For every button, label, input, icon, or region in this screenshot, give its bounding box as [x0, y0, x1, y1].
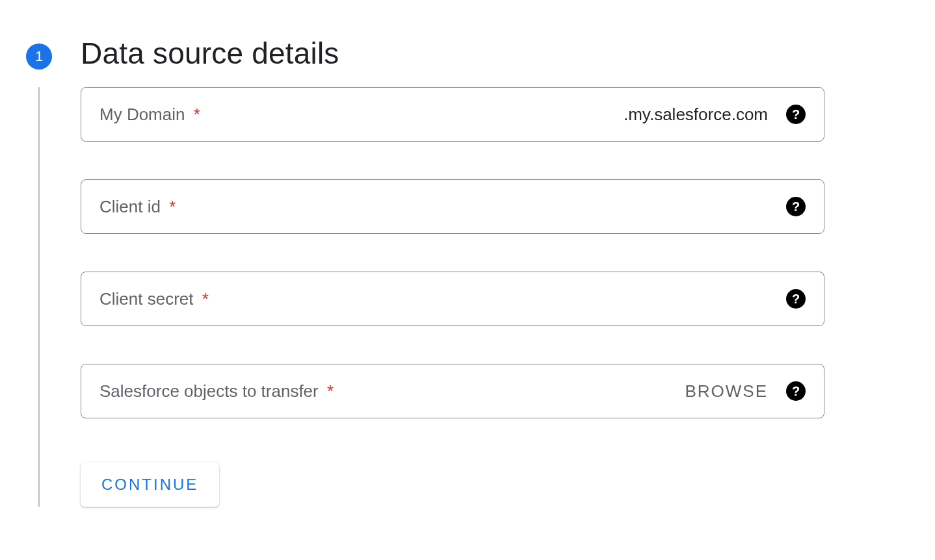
- objects-label: Salesforce objects to transfer *: [99, 381, 334, 401]
- my-domain-field[interactable]: My Domain * .my.salesforce.com ?: [81, 87, 824, 142]
- required-asterisk: *: [327, 381, 334, 401]
- objects-field[interactable]: Salesforce objects to transfer * BROWSE …: [81, 364, 824, 418]
- help-icon[interactable]: ?: [786, 381, 806, 401]
- step-title: Data source details: [81, 36, 339, 71]
- step-number-badge: 1: [26, 44, 52, 70]
- continue-button[interactable]: CONTINUE: [81, 463, 219, 507]
- form-area: My Domain * .my.salesforce.com ? Client …: [52, 87, 909, 507]
- step-number: 1: [35, 48, 43, 65]
- browse-button[interactable]: BROWSE: [685, 381, 768, 401]
- step-panel: 1 Data source details My Domain * .my.sa…: [0, 0, 935, 533]
- step-body: My Domain * .my.salesforce.com ? Client …: [26, 87, 909, 507]
- client-secret-field[interactable]: Client secret * ?: [81, 272, 824, 326]
- client-id-field[interactable]: Client id * ?: [81, 179, 824, 234]
- step-rail-line: [38, 87, 40, 507]
- step-rail: [26, 87, 52, 507]
- step-header: 1 Data source details: [26, 36, 909, 71]
